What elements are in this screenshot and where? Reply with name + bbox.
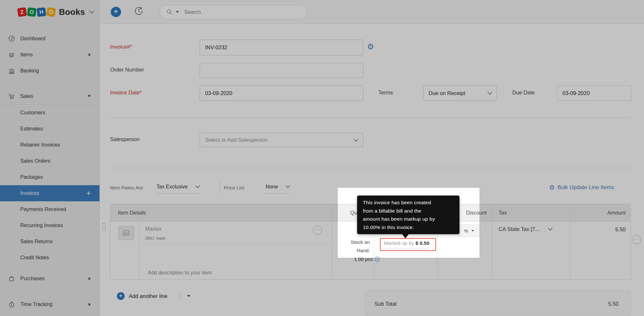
sidebar-item-label: Sales Orders <box>20 158 50 164</box>
sidebar-item-label: Dashboard <box>20 36 45 42</box>
discount-unit-select[interactable]: % <box>458 224 480 237</box>
divider <box>219 181 220 194</box>
row-more-options-icon[interactable]: ··· <box>632 235 641 244</box>
photo-icon <box>122 229 130 237</box>
sidebar-item-items[interactable]: Items <box>0 47 99 63</box>
tax-mode-value: Tax Exclusive <box>156 184 188 190</box>
zoho-books-app: Z O H O Books + Search <box>0 0 644 316</box>
sidebar-item-packages[interactable]: Packages <box>0 169 99 185</box>
sidebar-item-label: Retainer Invoices <box>20 142 60 148</box>
col-header-item-details: Item Details <box>110 204 332 221</box>
app-logo[interactable]: Z O H O Books <box>0 0 100 24</box>
sidebar-item-sales[interactable]: Sales <box>0 88 99 105</box>
divider <box>180 292 181 301</box>
sidebar-item-label: Customers <box>20 110 45 116</box>
sidebar-item-invoices-selected[interactable]: Invoices + <box>0 185 99 201</box>
sidebar: Dashboard Items Banking Sales Customers … <box>0 24 100 316</box>
section-divider <box>110 117 631 118</box>
bulk-update-label: Bulk Update Line Items <box>557 184 614 191</box>
item-details-cell[interactable]: Marker SKU: mark ··· Add description to … <box>110 222 332 280</box>
invoice-settings-gear-icon[interactable]: ⚙ <box>367 43 374 51</box>
sidebar-item-payments-received[interactable]: Payments Received <box>0 201 99 217</box>
stock-on-hand-label: Stock on Hand: <box>351 238 370 255</box>
quick-create-button[interactable]: + <box>111 7 121 17</box>
sidebar-item-banking[interactable]: Banking <box>0 63 99 79</box>
zoho-logo-tile: O <box>46 7 56 17</box>
salesperson-select[interactable]: Select or Add Salesperson <box>200 133 363 147</box>
topbar: Z O H O Books + Search <box>0 0 644 24</box>
totals-panel: Sub Total 5.50 <box>365 290 631 316</box>
caret-down-icon <box>471 230 474 232</box>
section-divider <box>110 168 631 168</box>
add-line-dropdown-caret-icon[interactable] <box>187 295 190 297</box>
sidebar-item-retainer-invoices[interactable]: Retainer Invoices <box>0 137 99 153</box>
org-switch-chevron-icon[interactable] <box>90 9 94 14</box>
sidebar-item-recurring-invoices[interactable]: Recurring Invoices <box>0 217 99 234</box>
item-sku: SKU: mark <box>145 236 166 241</box>
invoice-number-input[interactable]: INV-0232 <box>200 40 363 55</box>
markup-tooltip: This invoice has been created from a bil… <box>357 196 459 234</box>
chevron-down-icon <box>488 90 492 95</box>
due-date-input[interactable]: 03-09-2020 <box>557 85 631 101</box>
terms-select[interactable]: Due on Receipt <box>423 85 497 101</box>
search-icon <box>166 9 173 15</box>
line-amount: 5.50 <box>615 226 626 233</box>
sidebar-item-sales-orders[interactable]: Sales Orders <box>0 153 99 169</box>
amount-cell: 5.50 <box>571 222 630 280</box>
item-rates-label: Item Rates Are <box>110 185 143 191</box>
divider <box>139 222 139 280</box>
item-image-placeholder[interactable] <box>118 226 134 240</box>
zoho-logo-tile: O <box>27 7 37 17</box>
sidebar-item-label: Sales Returns <box>20 239 53 244</box>
search-scope-caret-icon[interactable] <box>176 11 179 13</box>
salesperson-label: Salesperson <box>110 136 140 142</box>
sidebar-item-label: Recurring Invoices <box>20 223 63 228</box>
row-drag-handle[interactable] <box>102 223 106 231</box>
invoice-date-label: Invoice Date* <box>110 90 142 96</box>
global-search[interactable]: Search <box>159 5 308 19</box>
subtotal-label: Sub Total <box>374 301 397 307</box>
sales-cart-icon <box>8 93 15 100</box>
sidebar-item-label: Payments Received <box>20 206 66 212</box>
add-line-label: Add another line <box>129 293 167 299</box>
new-invoice-plus-icon[interactable]: + <box>86 189 91 198</box>
sidebar-item-label: Items <box>20 52 33 58</box>
zoho-logo-tile: Z <box>17 7 27 17</box>
items-icon <box>8 51 15 58</box>
sidebar-item-time-tracking[interactable]: Time Tracking <box>0 296 99 312</box>
item-name: Marker <box>145 226 162 232</box>
order-number-input[interactable] <box>200 63 363 78</box>
add-another-line-button[interactable]: + Add another line <box>117 292 190 301</box>
invoice-date-input[interactable]: 03-09-2020 <box>200 85 363 101</box>
sidebar-item-customers[interactable]: Customers <box>0 105 99 121</box>
tax-cell[interactable]: CA State Tax [7... <box>492 222 571 280</box>
terms-value: Due on Receipt <box>429 90 465 96</box>
col-header-tax: Tax <box>492 204 571 221</box>
markup-info: Marked up by $ 0.50 <box>384 240 429 248</box>
sidebar-item-sales-returns[interactable]: Sales Returns <box>0 234 99 250</box>
price-list-select[interactable]: None <box>266 184 289 194</box>
bulk-update-link[interactable]: ⚙ Bulk Update Line Items <box>549 184 614 191</box>
sidebar-item-dashboard[interactable]: Dashboard <box>0 31 99 47</box>
recent-history-icon[interactable] <box>134 6 144 17</box>
chevron-down-icon <box>354 137 358 141</box>
banking-icon <box>8 67 15 74</box>
chevron-down-icon <box>548 226 553 231</box>
time-tracking-icon <box>8 301 15 308</box>
sidebar-item-estimates[interactable]: Estimates <box>0 121 99 137</box>
sidebar-item-credit-notes[interactable]: Credit Notes <box>0 250 99 266</box>
sidebar-item-purchases[interactable]: Purchases <box>0 271 99 287</box>
sidebar-item-label: Banking <box>20 68 39 74</box>
zoho-logo-tile: H <box>37 7 46 17</box>
price-list-value: None <box>266 184 278 190</box>
divider <box>139 244 332 244</box>
chevron-down-icon <box>286 184 290 188</box>
chevron-down-icon <box>195 184 200 188</box>
terms-label: Terms <box>378 90 393 96</box>
order-number-label: Order Number <box>110 67 144 73</box>
item-more-options-icon[interactable]: ··· <box>313 225 322 235</box>
tax-mode-select[interactable]: Tax Exclusive <box>156 184 199 194</box>
price-list-label: Price List <box>224 185 244 191</box>
sidebar-item-label: Sales <box>20 93 33 99</box>
item-description-input[interactable]: Add description to your item <box>148 270 212 276</box>
